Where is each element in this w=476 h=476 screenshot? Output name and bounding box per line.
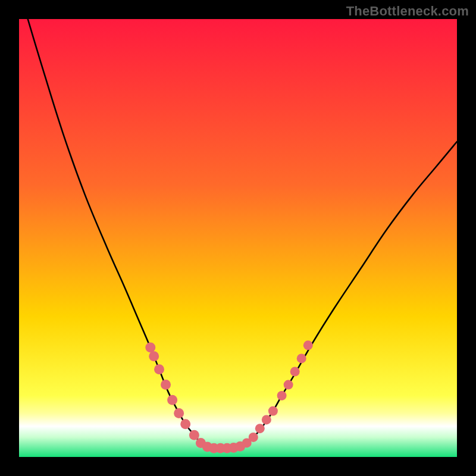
watermark-text: TheBottleneck.com xyxy=(346,4,469,19)
frame: TheBottleneck.com xyxy=(0,0,476,476)
gradient-background xyxy=(19,19,457,457)
data-marker xyxy=(174,408,184,418)
data-marker xyxy=(255,424,265,433)
data-marker xyxy=(235,441,245,452)
data-marker xyxy=(303,340,313,350)
data-marker xyxy=(145,343,155,353)
data-marker xyxy=(167,395,177,405)
plot-area xyxy=(19,19,457,457)
data-marker xyxy=(284,380,293,390)
data-marker xyxy=(161,380,171,390)
data-marker xyxy=(149,351,159,361)
data-marker xyxy=(277,391,287,400)
data-marker xyxy=(180,419,190,429)
data-marker xyxy=(290,367,300,376)
data-marker xyxy=(189,430,199,440)
data-marker xyxy=(297,353,306,363)
data-marker xyxy=(262,415,271,424)
data-marker xyxy=(268,406,278,416)
data-marker xyxy=(249,433,258,442)
chart-svg xyxy=(19,19,457,457)
data-marker xyxy=(154,364,164,374)
